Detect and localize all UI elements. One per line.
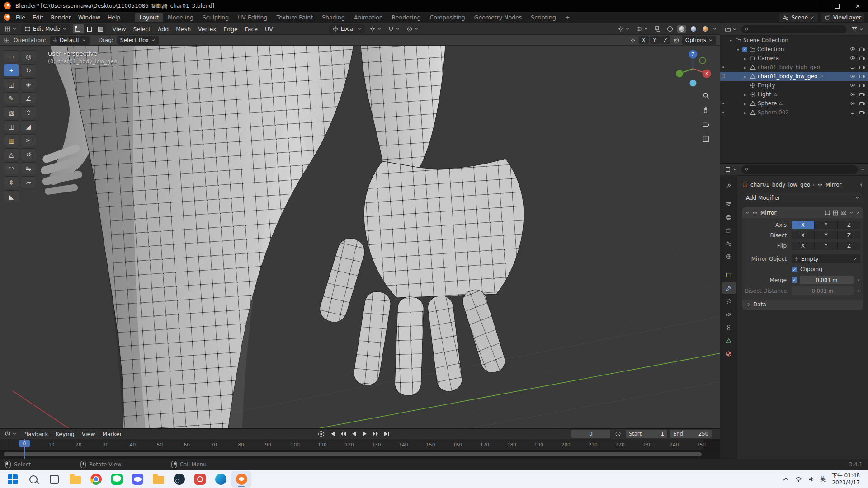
outliner-editor-button[interactable]: [723, 26, 739, 33]
timeline-menu-item[interactable]: View: [78, 431, 99, 437]
orientation-dropdown[interactable]: Default: [50, 36, 90, 45]
tool-button[interactable]: ⇕: [4, 176, 19, 188]
tool-button[interactable]: ✎: [4, 92, 19, 104]
outliner-row[interactable]: char01_body_high_geo: [720, 63, 868, 72]
properties-tab[interactable]: [722, 180, 736, 191]
disable-render-toggle[interactable]: [859, 109, 865, 116]
hide-viewport-toggle[interactable]: [849, 55, 856, 61]
outliner-row[interactable]: Empty: [720, 81, 868, 90]
jump-to-start-button[interactable]: [327, 430, 337, 438]
animate-dot[interactable]: [858, 279, 859, 281]
tool-button[interactable]: ◢: [21, 120, 36, 132]
viewport-3d[interactable]: ▭ ◎ + ↻ ◱ ◈: [0, 46, 720, 428]
tool-button[interactable]: ▧: [4, 106, 19, 118]
timeline-ruler[interactable]: 0102030405060708090100110120130140150160…: [0, 439, 720, 450]
disable-render-toggle[interactable]: [859, 73, 865, 80]
animate-dot[interactable]: [858, 290, 859, 292]
properties-tab[interactable]: [722, 198, 736, 210]
disclosure-arrow[interactable]: [743, 92, 748, 97]
timeline-editor-button[interactable]: [3, 431, 19, 437]
preview-range-toggle[interactable]: [613, 431, 623, 437]
xray-toggle[interactable]: [653, 26, 663, 32]
show-overlays-dropdown[interactable]: [634, 26, 650, 32]
tool-button[interactable]: ↺: [21, 148, 36, 160]
network-wifi-icon[interactable]: [795, 476, 802, 483]
properties-tab[interactable]: [722, 296, 736, 307]
mirror-axis-toggle[interactable]: Z: [660, 36, 670, 44]
workspace-tab[interactable]: Geometry Nodes: [470, 13, 526, 22]
add-modifier-button[interactable]: Add Modifier: [742, 193, 863, 202]
edge-select-mode[interactable]: [84, 24, 95, 33]
workspace-tab[interactable]: Layout: [135, 13, 163, 22]
camera-view-icon[interactable]: [702, 121, 710, 128]
properties-tab[interactable]: [722, 269, 736, 281]
flip-y-toggle[interactable]: Y: [815, 242, 837, 250]
properties-tab[interactable]: [722, 251, 736, 262]
timeline-menu-item[interactable]: Keying: [52, 431, 78, 437]
disclosure-arrow[interactable]: [736, 47, 741, 52]
blender-menu-icon[interactable]: [4, 14, 10, 21]
properties-tab[interactable]: [722, 322, 736, 333]
tool-button[interactable]: ◎: [21, 50, 36, 62]
hidden-icons-chevron[interactable]: [783, 476, 789, 483]
bisect-y-toggle[interactable]: Y: [815, 231, 837, 239]
timeline-scrollbar[interactable]: [4, 452, 702, 456]
outliner-row[interactable]: Sphere: [720, 99, 868, 108]
edited-mesh-palm[interactable]: [364, 159, 524, 298]
maximize-button[interactable]: [826, 0, 847, 12]
outliner-search-input[interactable]: [741, 25, 847, 33]
taskbar-app[interactable]: [86, 471, 106, 488]
viewport-menu-item[interactable]: Edge: [220, 26, 241, 33]
properties-editor-button[interactable]: [723, 166, 739, 173]
ortho-toggle-icon[interactable]: [702, 135, 710, 143]
navigation-gizmo[interactable]: Z X: [673, 48, 713, 89]
data-subpanel-header[interactable]: Data: [742, 300, 863, 310]
topbar-menu-item[interactable]: Edit: [29, 14, 47, 21]
playhead[interactable]: 0: [24, 439, 25, 459]
pan-hand-icon[interactable]: [702, 106, 710, 114]
chevron-down-icon[interactable]: [861, 167, 865, 172]
shading-rendered[interactable]: [701, 25, 710, 33]
editmode-display-toggle[interactable]: [824, 210, 830, 216]
properties-tab[interactable]: [722, 225, 736, 236]
topbar-menu-item[interactable]: Render: [47, 14, 75, 21]
mirror-object-field[interactable]: Empty: [792, 254, 860, 263]
outliner-row[interactable]: Light: [720, 90, 868, 99]
zoom-icon[interactable]: [702, 92, 710, 99]
extras-menu-icon[interactable]: [849, 211, 854, 215]
close-button[interactable]: ×: [847, 0, 868, 12]
outliner-row[interactable]: Scene Collection: [720, 36, 868, 45]
proportional-editing-dropdown[interactable]: [405, 26, 420, 32]
workspace-tab[interactable]: Sculpting: [198, 13, 233, 22]
tool-button[interactable]: ◠: [4, 162, 19, 174]
shading-solid[interactable]: [677, 25, 686, 33]
remove-modifier-icon[interactable]: [856, 211, 860, 215]
taskbar-app[interactable]: [65, 471, 85, 488]
minimize-button[interactable]: [806, 0, 826, 12]
pin-icon[interactable]: [859, 183, 863, 187]
tool-button[interactable]: ◈: [21, 78, 36, 90]
playhead-frame-chip[interactable]: 0: [19, 440, 30, 447]
viewport-menu-item[interactable]: Face: [241, 26, 261, 33]
tool-button[interactable]: ◣: [4, 190, 19, 202]
viewport-canvas[interactable]: [0, 46, 720, 428]
bisect-x-toggle[interactable]: X: [792, 231, 814, 239]
viewport-menu-item[interactable]: Mesh: [172, 26, 194, 33]
current-frame-field[interactable]: 0: [571, 430, 610, 438]
timeline-menu-item[interactable]: Playback: [19, 431, 52, 437]
face-select-mode[interactable]: [95, 24, 106, 33]
workspace-tab[interactable]: UV Editing: [233, 13, 272, 22]
tool-button[interactable]: ◫: [4, 120, 19, 132]
taskbar-app[interactable]: [127, 471, 147, 488]
topbar-menu-item[interactable]: File: [12, 14, 29, 21]
taskbar-app[interactable]: [24, 471, 43, 488]
topbar-menu-item[interactable]: Window: [75, 14, 104, 21]
tool-button[interactable]: ▥: [4, 134, 19, 146]
tool-button[interactable]: ⇧: [21, 106, 36, 118]
shading-material[interactable]: [689, 25, 698, 33]
timeline-menu-item[interactable]: Marker: [99, 431, 125, 437]
shading-wireframe[interactable]: [665, 25, 675, 33]
ime-indicator[interactable]: 英: [821, 475, 826, 483]
disable-render-toggle[interactable]: [859, 91, 865, 98]
taskbar-clock[interactable]: 下午 01:48 2023/4/17: [832, 472, 860, 486]
